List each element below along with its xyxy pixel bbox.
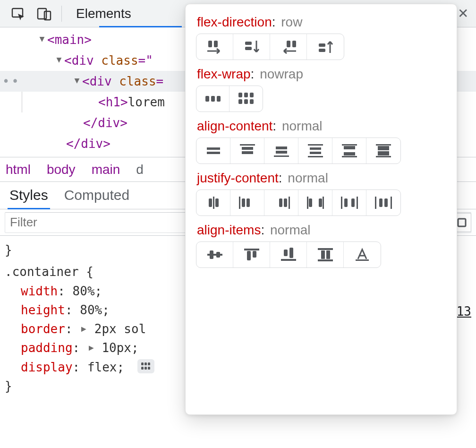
svg-rect-14 <box>287 41 290 47</box>
svg-rect-74 <box>284 250 288 256</box>
opt-justify-content-space-around[interactable] <box>332 190 366 215</box>
svg-rect-26 <box>250 99 254 104</box>
seg-flex-direction <box>196 34 344 60</box>
svg-rect-30 <box>242 147 253 150</box>
svg-rect-7 <box>141 367 144 370</box>
svg-rect-57 <box>309 198 312 207</box>
svg-rect-9 <box>148 367 150 370</box>
opt-flex-wrap-wrap[interactable] <box>230 86 263 112</box>
disclosure-triangle-icon[interactable]: ▼ <box>38 32 46 46</box>
flexbox-editor-popover: flex-direction: row <box>185 4 457 415</box>
svg-rect-61 <box>344 198 348 207</box>
toolbar-separator <box>61 6 62 22</box>
opt-align-items-center[interactable] <box>196 242 233 267</box>
opt-justify-content-flex-start[interactable] <box>230 190 264 215</box>
svg-rect-70 <box>216 252 220 258</box>
opt-align-content-stretch[interactable] <box>366 138 400 164</box>
opt-align-content-flex-start[interactable] <box>230 138 264 164</box>
svg-rect-25 <box>244 99 248 104</box>
flex-property-value: row <box>281 15 302 29</box>
svg-rect-12 <box>245 42 252 45</box>
svg-rect-17 <box>319 49 325 52</box>
popover-section-align-items: align-items: normal <box>196 223 447 268</box>
flex-property-value: nowrap <box>260 67 303 81</box>
flex-editor-chip-icon[interactable] <box>137 359 154 373</box>
breadcrumb-item[interactable]: body <box>47 162 76 177</box>
svg-rect-68 <box>207 254 222 256</box>
svg-rect-41 <box>344 152 355 155</box>
svg-rect-50 <box>239 197 240 209</box>
opt-justify-content-space-evenly[interactable] <box>366 190 400 215</box>
breadcrumb-item[interactable]: main <box>92 162 120 177</box>
svg-rect-4 <box>141 362 144 365</box>
svg-rect-38 <box>308 156 323 157</box>
svg-rect-65 <box>379 198 382 207</box>
seg-align-items <box>196 241 381 268</box>
svg-rect-60 <box>341 197 342 209</box>
svg-rect-24 <box>238 99 242 104</box>
opt-flex-direction-row[interactable] <box>196 34 233 60</box>
svg-rect-27 <box>207 147 220 150</box>
flex-property-label: justify-content <box>197 171 279 185</box>
opt-align-items-stretch[interactable] <box>307 242 344 267</box>
svg-rect-40 <box>344 146 355 149</box>
svg-rect-80 <box>318 259 333 261</box>
opt-flex-direction-column-reverse[interactable] <box>307 34 344 60</box>
svg-rect-1 <box>38 9 46 19</box>
opt-align-content-space-around[interactable] <box>298 138 332 164</box>
svg-rect-36 <box>310 147 321 150</box>
disclosure-triangle-icon[interactable]: ▼ <box>73 73 81 87</box>
seg-align-content <box>196 138 401 164</box>
opt-align-items-flex-start[interactable] <box>233 242 270 267</box>
disclosure-triangle-icon[interactable]: ▼ <box>55 52 63 67</box>
svg-rect-21 <box>238 93 242 97</box>
svg-rect-52 <box>246 198 250 207</box>
source-link[interactable]: 13 <box>457 304 471 319</box>
svg-rect-46 <box>376 156 391 157</box>
svg-rect-69 <box>210 250 213 259</box>
shorthand-expand-icon[interactable]: ▼ <box>84 346 97 351</box>
opt-flex-direction-row-reverse[interactable] <box>270 34 307 60</box>
opt-flex-direction-column[interactable] <box>233 34 270 60</box>
svg-rect-10 <box>208 41 212 47</box>
opt-align-content-flex-end[interactable] <box>264 138 298 164</box>
opt-justify-content-space-between[interactable] <box>298 190 332 215</box>
tab-elements[interactable]: Elements <box>68 0 139 27</box>
device-toggle-icon[interactable] <box>35 4 54 23</box>
opt-align-content-center[interactable] <box>196 138 230 164</box>
svg-rect-77 <box>318 248 333 250</box>
opt-justify-content-flex-end[interactable] <box>264 190 298 215</box>
opt-align-items-flex-end[interactable] <box>270 242 307 267</box>
svg-rect-67 <box>391 197 392 209</box>
opt-justify-content-center[interactable] <box>196 190 230 215</box>
opt-align-content-space-between[interactable] <box>332 138 366 164</box>
seg-flex-wrap <box>196 86 263 112</box>
opt-align-items-baseline[interactable] <box>344 242 381 267</box>
svg-rect-37 <box>310 152 321 154</box>
shorthand-expand-icon[interactable]: ▼ <box>77 327 90 332</box>
svg-rect-16 <box>319 43 325 47</box>
flex-property-value: normal <box>282 119 323 133</box>
svg-rect-79 <box>326 250 330 259</box>
flex-property-value: normal <box>270 223 311 237</box>
svg-rect-42 <box>342 156 357 157</box>
tab-computed[interactable]: Computed <box>63 182 130 209</box>
flex-property-label: flex-direction <box>197 15 272 29</box>
selected-line-indicator: ••• <box>0 71 22 92</box>
svg-rect-34 <box>274 155 289 157</box>
breadcrumb-item[interactable]: d <box>136 162 144 177</box>
svg-rect-19 <box>211 96 215 102</box>
svg-rect-54 <box>284 198 287 207</box>
svg-rect-62 <box>351 198 355 207</box>
svg-rect-15 <box>292 41 296 47</box>
flex-property-label: align-content <box>197 119 272 133</box>
flex-property-label: align-items <box>197 223 261 237</box>
svg-rect-71 <box>244 249 259 250</box>
breadcrumb-item[interactable]: html <box>6 162 31 177</box>
inspect-element-icon[interactable] <box>8 4 27 23</box>
tab-styles[interactable]: Styles <box>8 182 49 209</box>
close-icon[interactable]: ✕ <box>458 6 468 21</box>
opt-flex-wrap-nowrap[interactable] <box>196 86 230 112</box>
svg-rect-8 <box>144 367 147 370</box>
svg-rect-75 <box>289 248 293 258</box>
